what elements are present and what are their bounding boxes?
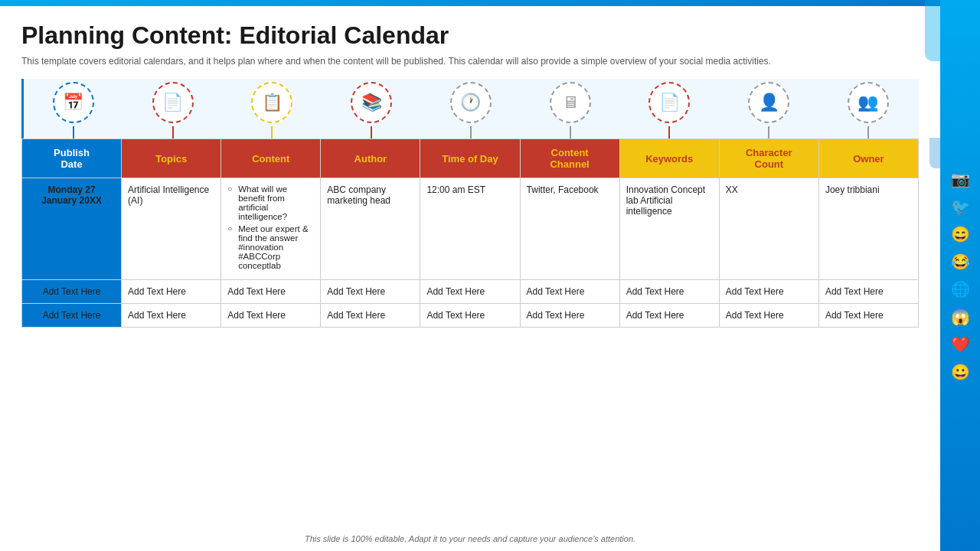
td-content-2: Add Text Here bbox=[221, 280, 321, 304]
td-content-1: What will we benefit from artificial int… bbox=[221, 178, 321, 280]
icon-col-owner: 👥 bbox=[818, 79, 918, 139]
content-icon: 📋 bbox=[251, 82, 292, 123]
right-sidebar: 📷 🐦 😄 😂 🌐 😱 ❤️ 😀 bbox=[940, 0, 980, 551]
td-channel-3: Add Text Here bbox=[520, 304, 619, 328]
td-channel-1: Twitter, Facebook bbox=[520, 178, 619, 280]
td-charcount-1: XX bbox=[719, 178, 818, 280]
icon-col-author: 📚 bbox=[322, 79, 421, 139]
td-author-1: ABC company marketing head bbox=[321, 178, 420, 280]
icon-stem-7 bbox=[668, 126, 670, 139]
footer-text: This slide is 100% editable. Adapt it to… bbox=[0, 534, 940, 543]
icon-stem-6 bbox=[570, 126, 571, 139]
table-row-2: Add Text Here Add Text Here Add Text Her… bbox=[22, 280, 919, 304]
main-content: Planning Content: Editorial Calendar Thi… bbox=[0, 6, 940, 551]
sidebar-emoji-1: 📷 bbox=[951, 170, 970, 188]
td-charcount-3: Add Text Here bbox=[719, 304, 818, 328]
th-charcount: CharacterCount bbox=[719, 139, 818, 178]
icon-col-channel: 🖥 bbox=[521, 79, 620, 139]
icon-col-topics: 📄 bbox=[123, 79, 223, 139]
content-bullets: What will we benefit from artificial int… bbox=[227, 184, 314, 270]
time-icon: 🕐 bbox=[450, 82, 492, 123]
th-topics: Topics bbox=[122, 139, 221, 178]
icon-col-keywords: 📄 bbox=[620, 79, 720, 139]
td-owner-3: Add Text Here bbox=[818, 304, 918, 328]
th-content: Content bbox=[221, 139, 321, 178]
author-icon: 📚 bbox=[351, 82, 392, 123]
th-owner: Owner bbox=[818, 139, 918, 178]
td-publish-date-1: Monday 27January 20XX bbox=[22, 178, 122, 280]
icon-col-time: 🕐 bbox=[421, 79, 521, 139]
th-keywords: Keywords bbox=[619, 139, 719, 178]
sidebar-emoji-3: 😄 bbox=[951, 225, 970, 243]
icon-stem-2 bbox=[172, 126, 174, 139]
td-charcount-2: Add Text Here bbox=[719, 280, 818, 304]
keywords-icon: 📄 bbox=[648, 82, 690, 123]
page-subtitle: This template covers editorial calendars… bbox=[21, 56, 919, 67]
th-channel: ContentChannel bbox=[520, 139, 619, 178]
td-keywords-3: Add Text Here bbox=[619, 304, 719, 328]
td-owner-2: Add Text Here bbox=[818, 280, 918, 304]
table-row-1: Monday 27January 20XX Artificial Intelli… bbox=[22, 178, 919, 280]
th-time: Time of Day bbox=[420, 139, 520, 178]
td-channel-2: Add Text Here bbox=[520, 280, 619, 304]
icon-stem-4 bbox=[371, 126, 372, 139]
th-author: Author bbox=[321, 139, 420, 178]
td-author-2: Add Text Here bbox=[321, 280, 420, 304]
icon-col-content: 📋 bbox=[223, 79, 322, 139]
th-publish: PublishDate bbox=[22, 139, 122, 178]
icon-stem-5 bbox=[470, 126, 472, 139]
td-author-3: Add Text Here bbox=[321, 304, 420, 328]
td-publish-date-3: Add Text Here bbox=[22, 304, 122, 328]
td-time-1: 12:00 am EST bbox=[420, 178, 520, 280]
table-row-3: Add Text Here Add Text Here Add Text Her… bbox=[22, 304, 919, 328]
icon-stem-3 bbox=[271, 126, 273, 139]
sidebar-emoji-5: 🌐 bbox=[951, 280, 970, 298]
td-publish-date-2: Add Text Here bbox=[22, 280, 122, 304]
page-title: Planning Content: Editorial Calendar bbox=[21, 21, 919, 50]
table-header-row: PublishDate Topics Content Author Time o… bbox=[22, 139, 919, 178]
td-content-3: Add Text Here bbox=[221, 304, 321, 328]
icon-col-publish: 📅 bbox=[24, 79, 123, 139]
sidebar-emoji-8: 😀 bbox=[951, 363, 970, 381]
td-time-2: Add Text Here bbox=[420, 280, 520, 304]
icon-stem-1 bbox=[73, 126, 74, 139]
content-bullet-2: Meet our expert & find the answer #innov… bbox=[227, 224, 314, 270]
sidebar-emoji-6: 😱 bbox=[951, 308, 970, 326]
td-topics-1: Artificial Intelligence (AI) bbox=[122, 178, 221, 280]
calendar-icon: 📅 bbox=[53, 82, 94, 123]
sidebar-emoji-2: 🐦 bbox=[951, 197, 970, 216]
icon-stem-9 bbox=[867, 126, 869, 139]
content-bullet-1: What will we benefit from artificial int… bbox=[227, 184, 314, 221]
channel-icon: 🖥 bbox=[550, 82, 591, 123]
td-topics-2: Add Text Here bbox=[122, 280, 221, 304]
icon-col-charcount: 👤 bbox=[719, 79, 818, 139]
calendar-table: PublishDate Topics Content Author Time o… bbox=[21, 139, 919, 328]
td-keywords-1: Innovation Concept lab Artificial intell… bbox=[619, 178, 719, 280]
td-keywords-2: Add Text Here bbox=[619, 280, 719, 304]
charcount-icon: 👤 bbox=[748, 82, 789, 123]
td-topics-3: Add Text Here bbox=[122, 304, 221, 328]
top-bar bbox=[0, 0, 980, 6]
icon-row: 📅 📄 📋 📚 🕐 🖥 📄 bbox=[21, 79, 919, 139]
sidebar-emoji-4: 😂 bbox=[951, 253, 970, 271]
td-time-3: Add Text Here bbox=[420, 304, 520, 328]
owner-icon: 👥 bbox=[848, 82, 889, 123]
td-owner-1: Joey tribbiani bbox=[818, 178, 918, 280]
icon-stem-8 bbox=[768, 126, 769, 139]
sidebar-emoji-7: ❤️ bbox=[951, 335, 970, 354]
topics-icon: 📄 bbox=[152, 82, 194, 123]
